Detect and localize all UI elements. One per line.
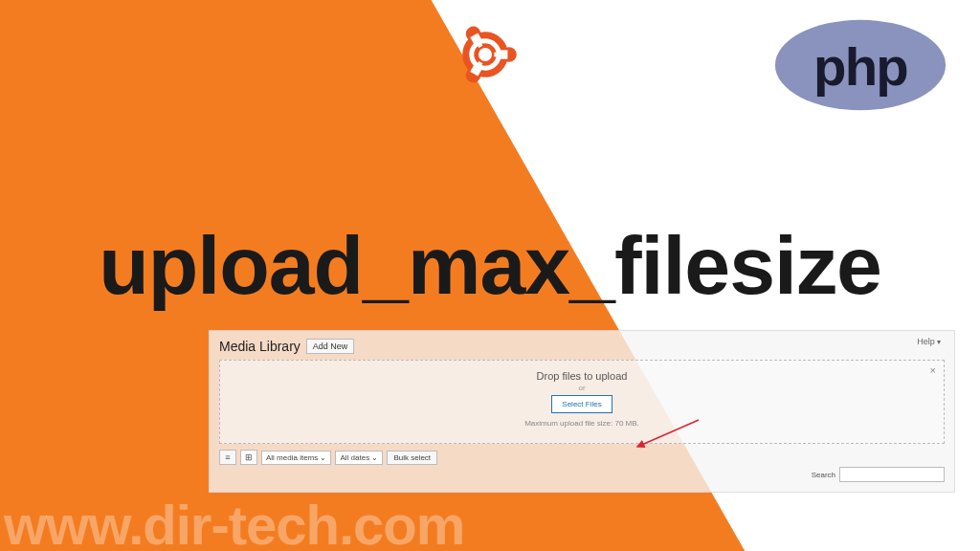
- max-upload-size-text: Maximum upload file size: 70 MB.: [228, 419, 936, 428]
- php-logo-text: php: [813, 36, 907, 97]
- php-logo-icon: php: [769, 17, 951, 113]
- list-view-icon[interactable]: ≡: [219, 450, 236, 465]
- search-label: Search: [812, 471, 835, 479]
- search-wrap: Search: [812, 467, 945, 482]
- svg-point-1: [479, 48, 492, 61]
- select-files-button[interactable]: Select Files: [551, 395, 612, 413]
- search-input[interactable]: [839, 467, 945, 482]
- bulk-select-button[interactable]: Bulk select: [387, 451, 437, 465]
- svg-rect-8: [499, 50, 507, 58]
- close-icon[interactable]: ×: [930, 364, 936, 376]
- media-library-header: Media Library Add New: [219, 339, 945, 354]
- grid-view-icon[interactable]: ⊞: [240, 450, 257, 465]
- headline-text: upload_max_filesize: [0, 218, 980, 313]
- svg-line-12: [637, 420, 699, 447]
- dropzone-title: Drop files to upload: [228, 370, 936, 382]
- media-toolbar: ≡ ⊞ All media items All dates Bulk selec…: [219, 450, 945, 465]
- media-library-panel: Media Library Add New Help × Drop files …: [209, 330, 955, 493]
- add-new-button[interactable]: Add New: [306, 339, 355, 354]
- watermark-text: www.dir-tech.com: [4, 493, 464, 551]
- annotation-arrow-icon: [632, 418, 708, 456]
- help-tab[interactable]: Help: [911, 335, 947, 348]
- ubuntu-logo-icon: [448, 17, 523, 92]
- filter-media-items[interactable]: All media items: [261, 451, 331, 465]
- filter-dates[interactable]: All dates: [335, 451, 383, 465]
- upload-dropzone[interactable]: × Drop files to upload or Select Files M…: [219, 360, 945, 444]
- media-library-title: Media Library: [219, 339, 301, 354]
- dropzone-or: or: [228, 384, 936, 392]
